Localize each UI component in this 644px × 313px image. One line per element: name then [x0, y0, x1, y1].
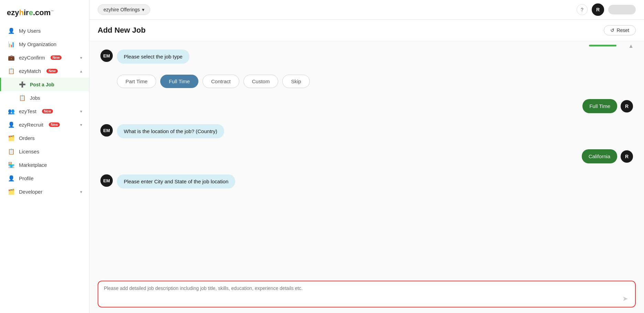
chevron-icon: ▴ [80, 69, 82, 74]
user-initial: R [596, 7, 600, 12]
em-avatar-3: EM [100, 174, 113, 187]
send-icon: ➤ [622, 295, 628, 302]
page-title: Add New Job [98, 26, 145, 35]
chat-row-location-question: EM What is the location of the job? (Cou… [100, 124, 633, 138]
offerings-label: ezyhire Offerings [103, 7, 140, 12]
scroll-up-icon[interactable]: ▲ [628, 43, 634, 49]
page-header: Add New Job ↺ Reset [89, 20, 644, 41]
sidebar-item-jobs[interactable]: 📋 Jobs [0, 91, 89, 105]
help-button[interactable]: ? [577, 4, 588, 15]
new-badge: New [49, 122, 60, 127]
city-state-question-bubble: Please enter City and State of the job l… [117, 174, 235, 188]
reset-button[interactable]: ↺ Reset [604, 25, 636, 35]
sidebar-item-my-users[interactable]: 👤 My Users [0, 24, 89, 37]
option-contract-label: Contract [211, 78, 231, 84]
sidebar-item-label: ezyTest [19, 108, 36, 114]
full-time-response-bubble: Full Time [582, 99, 617, 113]
em-initial-2: EM [103, 128, 110, 133]
job-type-question-text: Please select the job type [124, 54, 183, 60]
orders-icon: 🗂️ [8, 135, 15, 141]
california-response-bubble: California [582, 149, 617, 163]
organization-icon: 📊 [8, 41, 15, 47]
developer-icon: 🗂️ [8, 188, 15, 195]
input-box: ➤ [98, 281, 636, 307]
option-part-time[interactable]: Part Time [117, 75, 156, 88]
california-response-row: California R [100, 149, 633, 163]
content-area: ▲ EM Please select the job type Part Tim… [89, 41, 644, 313]
sidebar-item-orders[interactable]: 🗂️ Orders [0, 131, 89, 145]
send-button[interactable]: ➤ [621, 294, 630, 303]
new-badge: New [51, 55, 62, 60]
sidebar-item-my-organization[interactable]: 📊 My Organization [0, 37, 89, 51]
option-custom-label: Custom [252, 78, 270, 84]
option-full-time[interactable]: Full Time [160, 75, 198, 88]
sidebar-item-label: Post a Job [30, 82, 54, 87]
sidebar-item-label: ezyRecruit [19, 122, 43, 128]
user-response-avatar: R [621, 100, 633, 112]
option-full-time-label: Full Time [169, 78, 190, 84]
chat-area: ▲ EM Please select the job type Part Tim… [89, 41, 644, 275]
logo-text: ezy [7, 8, 19, 17]
sidebar-item-ezy-recruit[interactable]: 👤 ezyRecruit New ▾ [0, 118, 89, 131]
sidebar-item-post-a-job[interactable]: ➕ Post a Job [0, 78, 89, 91]
full-time-response-row: Full Time R [100, 99, 633, 113]
user-avatar[interactable]: R [592, 3, 604, 16]
sidebar-item-ezy-confirm[interactable]: 💼 ezyConfirm New ▾ [0, 51, 89, 64]
option-contract[interactable]: Contract [203, 75, 239, 88]
option-custom[interactable]: Custom [243, 75, 279, 88]
sidebar-item-ezy-test[interactable]: 👥 ezyTest New ▾ [0, 105, 89, 118]
topbar-right: ? R [577, 3, 636, 16]
sidebar-item-label: ezyMatch [19, 68, 41, 74]
marketplace-icon: 🏪 [8, 162, 15, 168]
sidebar-item-label: Marketplace [19, 162, 47, 168]
user-resp-initial: R [625, 104, 629, 109]
sidebar-item-label: Licenses [19, 149, 39, 154]
recruit-icon: 👤 [8, 121, 15, 128]
job-type-question-bubble: Please select the job type [117, 50, 189, 64]
users-icon: 👤 [8, 28, 15, 34]
logo: ezyhire.com™ [0, 6, 89, 24]
offerings-button[interactable]: ezyhire Offerings ▾ [98, 4, 150, 15]
sidebar-item-label: Developer [19, 189, 42, 195]
confirm-icon: 💼 [8, 54, 15, 61]
option-part-time-label: Part Time [125, 78, 148, 84]
profile-icon: 👤 [8, 175, 15, 182]
location-question-bubble: What is the location of the job? (Countr… [117, 124, 224, 138]
jobs-icon: 📋 [19, 95, 26, 101]
chevron-icon: ▾ [80, 122, 82, 127]
location-question-text: What is the location of the job? (Countr… [124, 128, 217, 134]
test-icon: 👥 [8, 108, 15, 115]
main-content: ezyhire Offerings ▾ ? R Add New Job ↺ Re… [89, 0, 644, 313]
progress-line [589, 45, 616, 46]
em-initial: EM [103, 53, 110, 58]
sidebar-item-label: ezyConfirm [19, 55, 45, 61]
chat-row-job-type-question: EM Please select the job type [100, 50, 633, 64]
sidebar: ezyhire.com™ 👤 My Users 📊 My Organizatio… [0, 0, 89, 313]
input-area: ➤ [89, 275, 644, 313]
job-type-options-row: Part Time Full Time Contract Custom Skip [117, 75, 633, 88]
match-icon: 📋 [8, 68, 15, 74]
reset-icon: ↺ [610, 28, 614, 33]
user-response-avatar-2: R [621, 150, 633, 163]
sidebar-item-label: Jobs [30, 95, 40, 101]
sidebar-item-developer[interactable]: 🗂️ Developer ▾ [0, 185, 89, 198]
new-badge: New [46, 69, 58, 73]
option-skip[interactable]: Skip [282, 75, 309, 88]
sidebar-item-ezy-match[interactable]: 📋 ezyMatch New ▴ [0, 64, 89, 78]
new-badge: New [42, 109, 53, 114]
chevron-icon: ▾ [80, 55, 82, 60]
california-response-text: California [589, 153, 610, 159]
chat-row-city-state-question: EM Please enter City and State of the jo… [100, 174, 633, 188]
theme-toggle[interactable] [608, 5, 636, 14]
sidebar-item-label: Orders [19, 135, 35, 141]
sidebar-item-label: Profile [19, 175, 34, 181]
sidebar-item-label: My Users [19, 28, 41, 34]
sidebar-item-licenses[interactable]: 📋 Licenses [0, 145, 89, 158]
job-description-input[interactable] [104, 285, 618, 303]
sidebar-item-profile[interactable]: 👤 Profile [0, 172, 89, 185]
em-initial-3: EM [103, 178, 110, 183]
offerings-chevron: ▾ [142, 7, 144, 12]
sidebar-item-marketplace[interactable]: 🏪 Marketplace [0, 158, 89, 172]
licenses-icon: 📋 [8, 148, 15, 155]
topbar: ezyhire Offerings ▾ ? R [89, 0, 644, 20]
